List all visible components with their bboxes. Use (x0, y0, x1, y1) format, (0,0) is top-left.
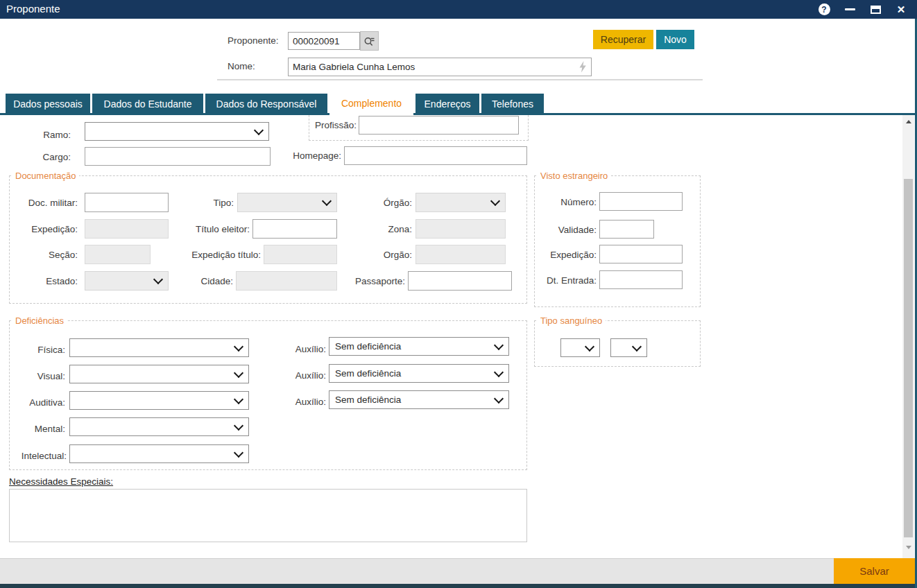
visual-dropdown[interactable] (69, 365, 249, 383)
lightning-icon (579, 61, 587, 73)
proponente-input[interactable] (288, 32, 360, 50)
window-title: Proponente (6, 3, 60, 15)
expedicao-titulo-input[interactable] (264, 245, 337, 264)
titulo-eleitor-label: Título eleitor: (196, 224, 250, 234)
nome-input[interactable] (288, 58, 592, 76)
auditiva-label: Auditiva: (29, 397, 65, 408)
numero-label: Número: (560, 197, 597, 207)
tipo-sanguineo-dropdown-1[interactable] (560, 338, 600, 357)
proponente-label: Proponente: (228, 35, 279, 46)
doc-militar-label: Doc. militar: (28, 198, 78, 208)
profissao-input[interactable] (359, 116, 519, 135)
ramo-label: Ramo: (43, 130, 71, 140)
chevron-down-icon (632, 341, 642, 351)
tab-complemento[interactable]: Complemento (329, 90, 413, 116)
minimize-button[interactable] (839, 0, 860, 19)
validade-input[interactable] (599, 220, 654, 239)
estado-dropdown[interactable] (85, 271, 169, 291)
novo-button[interactable]: Novo (656, 30, 694, 49)
passaporte-label: Passaporte: (355, 276, 405, 286)
chevron-down-icon (234, 420, 243, 430)
homepage-label: Homepage: (293, 150, 341, 161)
necessidades-especiais-label: Necessidades Especiais: (9, 476, 113, 487)
scroll-down-icon (906, 546, 911, 549)
zona-input[interactable] (415, 219, 506, 239)
titlebar: Proponente ? ✕ (0, 0, 917, 19)
fisica-label: Física: (37, 345, 65, 355)
fisica-dropdown[interactable] (69, 338, 249, 357)
auditiva-dropdown[interactable] (69, 391, 249, 410)
visto-expedicao-input[interactable] (599, 245, 683, 263)
tipo-sanguineo-title: Tipo sanguíneo (537, 315, 606, 326)
cargo-input[interactable] (85, 147, 271, 166)
deficiencias-title: Deficiências (12, 315, 67, 326)
visto-estrangeiro-title: Visto estrangeiro (537, 171, 611, 181)
visto-expedicao-label: Expedição: (550, 250, 597, 260)
orgao1-dropdown[interactable] (415, 193, 506, 212)
necessidades-especiais-textarea[interactable] (9, 489, 527, 542)
numero-input[interactable] (599, 192, 683, 211)
homepage-input[interactable] (344, 146, 527, 165)
documentacao-title: Documentação (12, 171, 79, 181)
tab-enderecos[interactable]: Endereços (415, 94, 479, 114)
profissao-label: Profissão: (315, 120, 357, 130)
cidade-input[interactable] (236, 271, 337, 291)
help-icon: ? (819, 3, 830, 15)
chevron-down-icon (234, 341, 243, 351)
chevron-down-icon (494, 340, 504, 349)
estado-label: Estado: (46, 276, 78, 286)
search-button[interactable] (360, 31, 379, 51)
scroll-up-icon (906, 120, 911, 123)
scroll-down-button[interactable] (902, 541, 914, 553)
tipo-dropdown[interactable] (237, 193, 337, 212)
window-bottom-border (0, 584, 917, 588)
validade-label: Validade: (558, 225, 597, 235)
expedicao-titulo-label: Expedição título: (191, 250, 261, 260)
auxilio-fisica-dropdown[interactable]: Sem deficiência (329, 337, 509, 356)
tab-dados-pessoais[interactable]: Dados pessoais (6, 94, 90, 114)
search-list-icon (363, 35, 375, 47)
recuperar-button[interactable]: Recuperar (593, 30, 653, 49)
orgao1-label: Órgão: (384, 198, 412, 208)
titulo-eleitor-input[interactable] (252, 219, 337, 239)
intelectual-label: Intelectual: (22, 451, 67, 461)
tipo-sanguineo-dropdown-2[interactable] (610, 338, 647, 357)
header-divider (217, 79, 703, 80)
tab-dados-do-responsavel[interactable]: Dados do Responsável (205, 94, 327, 114)
salvar-button[interactable]: Salvar (834, 558, 915, 584)
chevron-down-icon (234, 394, 243, 404)
ramo-dropdown[interactable] (85, 122, 269, 141)
expedicao-input[interactable] (85, 219, 169, 239)
chevron-down-icon (234, 368, 243, 377)
auxilio3-label: Auxílio: (295, 397, 326, 407)
vertical-scrollbar[interactable] (902, 115, 914, 558)
secao-input[interactable] (85, 245, 151, 264)
scrollbar-thumb[interactable] (904, 179, 913, 537)
dt-entrada-input[interactable] (599, 270, 683, 289)
auxilio-auditiva-dropdown[interactable]: Sem deficiência (329, 390, 509, 409)
expedicao-label: Expedição: (31, 224, 78, 234)
chevron-down-icon (585, 341, 594, 351)
close-button[interactable]: ✕ (891, 0, 911, 19)
help-button[interactable]: ? (814, 0, 834, 19)
intelectual-dropdown[interactable] (69, 444, 249, 463)
tipo-label: Tipo: (213, 198, 234, 208)
doc-militar-input[interactable] (85, 193, 169, 212)
nome-label: Nome: (228, 61, 255, 71)
maximize-icon (871, 6, 881, 14)
chevron-down-icon (322, 196, 332, 206)
passaporte-input[interactable] (408, 271, 512, 291)
orgao2-input[interactable] (415, 245, 506, 264)
tab-telefones[interactable]: Telefones (481, 94, 544, 114)
close-icon: ✕ (897, 3, 906, 16)
maximize-button[interactable] (865, 0, 886, 19)
proponente-window: Proponente ? ✕ Proponente: Recuperar Nov… (0, 0, 917, 588)
orgao2-label: Orgão: (384, 250, 412, 260)
auxilio2-label: Auxílio: (295, 370, 326, 381)
auxilio-visual-dropdown[interactable]: Sem deficiência (329, 364, 509, 383)
tab-dados-do-estudante[interactable]: Dados do Estudante (92, 94, 203, 114)
scroll-up-button[interactable] (902, 115, 914, 128)
mental-dropdown[interactable] (69, 417, 249, 436)
mental-label: Mental: (35, 424, 65, 434)
cidade-label: Cidade: (200, 276, 233, 286)
